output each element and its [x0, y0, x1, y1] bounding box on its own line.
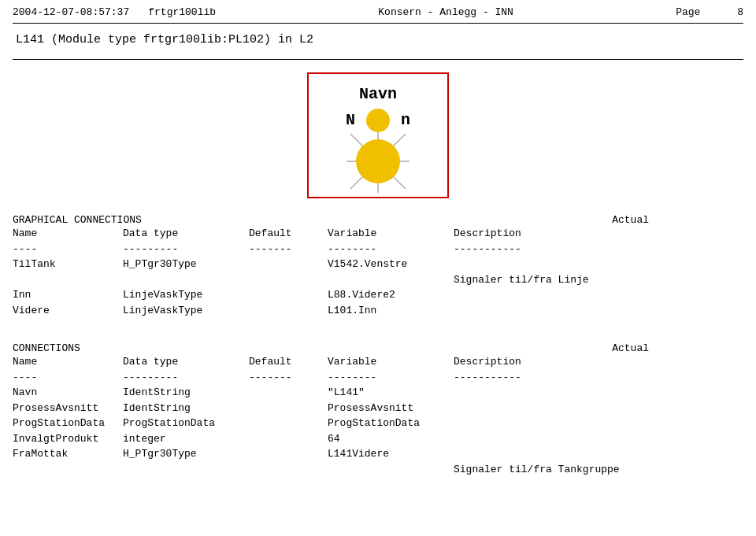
header-left: 2004-12-07-08:57:37 frtgr100lib [13, 6, 216, 18]
connections-header: Name Data type Default Variable Descript… [13, 354, 743, 370]
header-page-number: 8 [737, 6, 743, 18]
c-sep-description: ----------- [454, 370, 690, 386]
gc-col-default: Default [249, 226, 328, 242]
gc-row-tiltank: TilTank H_PTgr30Type V1542.Venstre [13, 257, 743, 272]
gc-col-description: Description [454, 226, 690, 242]
header-page-label: Page [676, 6, 700, 18]
sun-rays-svg [343, 126, 413, 197]
c-r2-variable: ProgStationData [328, 416, 454, 431]
gc-sep-name: ---- [13, 242, 123, 257]
connections-section: CONNECTIONS Actual Name Data type Defaul… [13, 342, 743, 477]
header-bar: 2004-12-07-08:57:37 frtgr100lib Konsern … [13, 6, 743, 24]
c-row-framottak: FraMottak H_PTgr30Type L141Videre [13, 446, 743, 462]
c-col-description: Description [454, 354, 690, 370]
gc-col-variable: Variable [328, 226, 454, 242]
connections-label: CONNECTIONS [13, 342, 80, 354]
gc-sep-datatype: --------- [123, 242, 249, 257]
gc-r1-variable: V1542.Venstre [328, 257, 454, 272]
header-program: frtgr100lib [148, 6, 216, 18]
c-row-progstationdata: ProgStationData ProgStationData ProgStat… [13, 416, 743, 431]
gc-r1b-description: Signaler til/fra Linje [454, 272, 690, 288]
gc-col-datatype: Data type [123, 226, 249, 242]
c-r2-name: ProgStationData [13, 416, 123, 431]
gc-r1-description [454, 257, 690, 272]
c-sep-variable: -------- [328, 370, 454, 386]
c-r4b-description: Signaler til/fra Tankgruppe [454, 462, 690, 478]
diagram-box: Navn N n [307, 72, 449, 198]
gc-r2-variable: L88.Videre2 [328, 287, 454, 303]
diagram-container: Navn N n [13, 72, 743, 198]
c-r1-name: ProsessAvsnitt [13, 401, 123, 416]
c-row-invalgtprodukt: InvalgtProdukt integer 64 [13, 431, 743, 447]
diagram-inner: Navn N n [309, 80, 447, 197]
graphical-connections-section: GRAPHICAL CONNECTIONS Actual Name Data t… [13, 214, 743, 318]
gc-row-inn: Inn LinjeVaskType L88.Videre2 [13, 287, 743, 303]
title-divider [13, 59, 743, 60]
c-r2-datatype: ProgStationData [123, 416, 249, 431]
c-r1-datatype: IdentString [123, 401, 249, 416]
c-sep-default: ------- [249, 370, 328, 386]
header-right: Page 8 [676, 6, 743, 18]
graphical-connections-actual: Actual [612, 214, 649, 226]
connections-actual: Actual [612, 342, 649, 354]
header-title: Konsern - Anlegg - INN [378, 6, 513, 18]
header-center: Konsern - Anlegg - INN [378, 6, 513, 18]
gc-r3-variable: L101.Inn [328, 303, 454, 319]
c-r0-datatype: IdentString [123, 385, 249, 401]
c-r3-datatype: integer [123, 431, 249, 447]
c-col-default: Default [249, 354, 328, 370]
c-r0-variable: "L141" [328, 385, 454, 401]
gc-r1-default [249, 257, 328, 272]
graphical-connections-separator: ---- --------- ------- -------- --------… [13, 242, 743, 257]
svg-point-8 [356, 139, 400, 183]
diagram-title-line2: N n [309, 109, 447, 132]
c-row-signaler2: Signaler til/fra Tankgruppe [13, 462, 743, 478]
c-r3-name: InvalgtProdukt [13, 431, 123, 447]
c-r4-variable: L141Videre [328, 446, 454, 462]
connections-separator: ---- --------- ------- -------- --------… [13, 370, 743, 386]
gc-r2-datatype: LinjeVaskType [123, 287, 249, 303]
gc-row-videre: Videre LinjeVaskType L101.Inn [13, 303, 743, 319]
graphical-connections-label: GRAPHICAL CONNECTIONS [13, 214, 142, 226]
c-r4-name: FraMottak [13, 446, 123, 462]
c-r4-datatype: H_PTgr30Type [123, 446, 249, 462]
c-row-prosessavsnitt: ProsessAvsnitt IdentString ProsessAvsnit… [13, 401, 743, 416]
gc-sep-default: ------- [249, 242, 328, 257]
c-sep-name: ---- [13, 370, 123, 386]
gc-r3-name: Videre [13, 303, 123, 319]
gc-r3-datatype: LinjeVaskType [123, 303, 249, 319]
c-sep-datatype: --------- [123, 370, 249, 386]
diagram-title-line1: Navn [309, 85, 447, 103]
c-r1-variable: ProsessAvsnitt [328, 401, 454, 416]
graphical-connections-header: Name Data type Default Variable Descript… [13, 226, 743, 242]
c-col-name: Name [13, 354, 123, 370]
c-r3-variable: 64 [328, 431, 454, 447]
c-col-variable: Variable [328, 354, 454, 370]
c-col-datatype: Data type [123, 354, 249, 370]
gc-sep-variable: -------- [328, 242, 454, 257]
c-row-navn: Navn IdentString "L141" [13, 385, 743, 401]
gc-r1-name: TilTank [13, 257, 123, 272]
c-r0-name: Navn [13, 385, 123, 401]
gc-row-signaler1: Signaler til/fra Linje [13, 272, 743, 288]
gc-r1-datatype: H_PTgr30Type [123, 257, 249, 272]
gc-sep-description: ----------- [454, 242, 690, 257]
gc-r2-name: Inn [13, 287, 123, 303]
module-title: L141 (Module type frtgr100lib:PL102) in … [16, 33, 743, 46]
gc-col-name: Name [13, 226, 123, 242]
header-timestamp: 2004-12-07-08:57:37 [13, 6, 129, 18]
